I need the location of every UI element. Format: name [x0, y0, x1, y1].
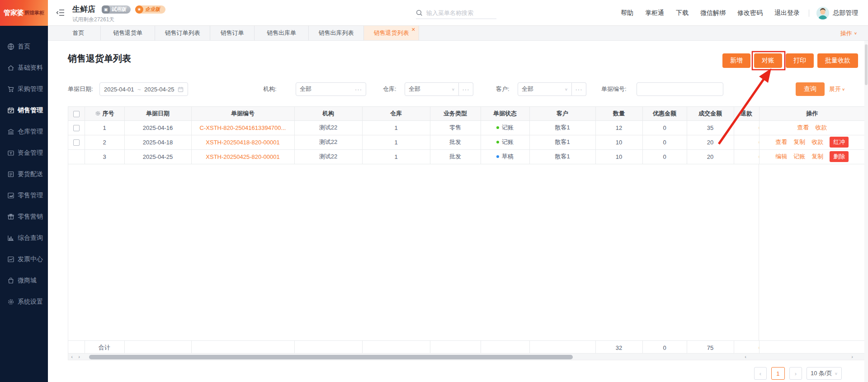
table-row: 2 2025-04-18 XSTH-20250418-820-00001 测试2… [68, 135, 865, 149]
warehouse-label: 仓库: [383, 82, 396, 96]
sidebar-item-home[interactable]: 首页 [0, 36, 48, 57]
sidebar-item-warehouse[interactable]: 仓库管理 [0, 121, 48, 142]
red-reverse-button[interactable]: 红冲 [830, 137, 849, 148]
search-input[interactable] [426, 10, 494, 16]
tab-sales-order[interactable]: 销售订单 [210, 26, 255, 40]
add-button[interactable]: 新增 [722, 53, 750, 68]
search-icon [416, 10, 423, 16]
collect-action[interactable]: 收款 [811, 138, 823, 146]
warehouse-select[interactable]: 全部 ∨ [405, 82, 459, 96]
next-page-button[interactable]: › [789, 367, 802, 380]
logout-link[interactable]: 退出登录 [774, 9, 800, 17]
tabbar-action-dropdown[interactable]: 操作∨ [840, 26, 857, 41]
print-button[interactable]: 打印 [786, 53, 814, 68]
tab-sales-outbound-list[interactable]: 销售出库列表 [309, 26, 364, 40]
current-page[interactable]: 1 [771, 367, 785, 380]
date-range-input[interactable]: 2025-04-01 ~ 2025-04-25 [99, 82, 188, 96]
calendar-icon [7, 107, 14, 114]
view-action[interactable]: 查看 [797, 124, 809, 132]
change-password-link[interactable]: 修改密码 [737, 9, 763, 17]
edit-action[interactable]: 编辑 [775, 153, 787, 161]
user-name[interactable]: 总部管理 [833, 9, 858, 17]
tab-home[interactable]: 首页 [57, 26, 101, 40]
globe-icon [7, 43, 14, 50]
billno-link[interactable]: XSTH-20250418-820-00001 [206, 139, 279, 146]
billno-input[interactable] [637, 82, 723, 96]
col-seq: 序号 [85, 107, 124, 120]
enterprise-badge: ★ 企业版 [135, 5, 165, 14]
sidebar-item-retail-mgmt[interactable]: 零售管理 [0, 185, 48, 206]
view-action[interactable]: 查看 [775, 138, 787, 146]
store-name: 生鲜店 [72, 4, 95, 14]
tab-sales-order-list[interactable]: 销售订单列表 [155, 26, 210, 40]
sidebar-item-invoice[interactable]: 发票中心 [0, 248, 48, 270]
help-link[interactable]: 帮助 [621, 9, 633, 17]
top-bar: 管家婆 辉煌掌柜 生鲜店 ▣ 试用版 ★ 企业版 试用剩余27261天 帮助 掌… [0, 0, 868, 26]
batch-collect-button[interactable]: 批量收款 [817, 53, 858, 68]
col-date: 单据日期 [124, 107, 191, 120]
date-from[interactable]: 2025-04-01 [104, 86, 134, 93]
col-actions: 操作 [759, 107, 865, 120]
col-qty: 数量 [595, 107, 642, 120]
pagination: ‹ 1 › 10 条/页∨ [750, 367, 842, 380]
col-warehouse: 仓库 [362, 107, 430, 120]
row-checkbox[interactable] [73, 125, 80, 131]
scroll-right-icon[interactable]: › [849, 353, 856, 360]
download-link[interactable]: 下载 [676, 9, 689, 17]
bag-icon [7, 277, 14, 284]
sidebar-item-delivery[interactable]: 要货配送 [0, 163, 48, 185]
tab-sales-outbound[interactable]: 销售出库单 [255, 26, 309, 40]
sidebar-item-settings[interactable]: 系统设置 [0, 291, 48, 312]
org-select[interactable]: 全部 ··· [296, 82, 366, 96]
scroll-right-icon[interactable]: › [75, 353, 83, 360]
tab-sales-return[interactable]: 销售退货单 [101, 26, 155, 40]
scrollbar-thumb[interactable] [865, 44, 868, 85]
col-status: 单据状态 [481, 107, 529, 120]
scroll-left-icon[interactable]: ‹ [742, 353, 749, 360]
main-area: 首页 销售退货单 销售订单列表 销售订单 销售出库单 销售出库列表 销售退货列表… [48, 26, 868, 382]
customer-select[interactable]: 全部 ∨ [518, 82, 572, 96]
row-checkbox[interactable] [73, 139, 80, 146]
list-icon [7, 171, 14, 178]
filter-bar: 单据日期: 2025-04-01 ~ 2025-04-25 机构: 全部 ···… [48, 82, 868, 96]
sidebar-item-funds[interactable]: 资金管理 [0, 142, 48, 163]
status-dot [496, 155, 499, 158]
delete-button[interactable]: 删除 [830, 151, 849, 162]
store-info: 生鲜店 ▣ 试用版 ★ 企业版 试用剩余27261天 [72, 4, 165, 24]
date-to[interactable]: 2025-04-25 [144, 86, 175, 93]
close-icon[interactable]: ✕ [411, 27, 415, 33]
wechat-unbind-link[interactable]: 微信解绑 [700, 9, 726, 17]
copy-action[interactable]: 复制 [811, 153, 823, 161]
page-size-select[interactable]: 10 条/页∨ [807, 367, 842, 380]
zhanggui-tong-link[interactable]: 掌柜通 [645, 9, 664, 17]
sidebar-item-micro-mall[interactable]: 微商城 [0, 270, 48, 291]
billno-link[interactable]: C-XSTH-820-25041613394700... [200, 124, 286, 131]
prev-page-button[interactable]: ‹ [754, 367, 767, 380]
tab-sales-return-list[interactable]: 销售退货列表 ✕ [364, 26, 419, 40]
select-all-checkbox[interactable] [73, 111, 80, 117]
expand-link[interactable]: 展开∨ [829, 85, 845, 93]
query-button[interactable]: 查询 [796, 82, 825, 96]
more-icon[interactable]: ··· [355, 86, 362, 93]
warehouse-more-button[interactable]: ··· [459, 82, 473, 96]
copy-action[interactable]: 复制 [793, 138, 805, 146]
scroll-left-icon[interactable]: ‹ [68, 353, 75, 360]
reconcile-button[interactable]: 对账 [754, 53, 782, 68]
sidebar-collapse-icon[interactable] [56, 9, 65, 17]
customer-more-button[interactable]: ··· [572, 82, 586, 96]
sidebar-item-query[interactable]: 综合查询 [0, 227, 48, 248]
billno-link[interactable]: XSTH-20250425-820-00001 [206, 153, 279, 160]
sidebar-item-retail-marketing[interactable]: 零售营销 [0, 206, 48, 227]
sidebar-item-basic-data[interactable]: 基础资料 [0, 57, 48, 78]
collect-action[interactable]: 收款 [815, 124, 827, 132]
post-action[interactable]: 记账 [793, 153, 805, 161]
vertical-scrollbar [864, 41, 868, 382]
scrollbar-thumb[interactable] [89, 355, 573, 359]
top-links: 帮助 掌柜通 下载 微信解绑 修改密码 退出登录 总部管理 [609, 0, 858, 26]
gift-icon [7, 213, 14, 220]
org-label: 机构: [263, 82, 277, 96]
column-config-gear-icon[interactable] [95, 110, 101, 116]
sidebar-item-sales[interactable]: 销售管理 [0, 100, 48, 121]
sidebar-item-purchase[interactable]: 采购管理 [0, 78, 48, 100]
avatar[interactable] [816, 7, 829, 19]
